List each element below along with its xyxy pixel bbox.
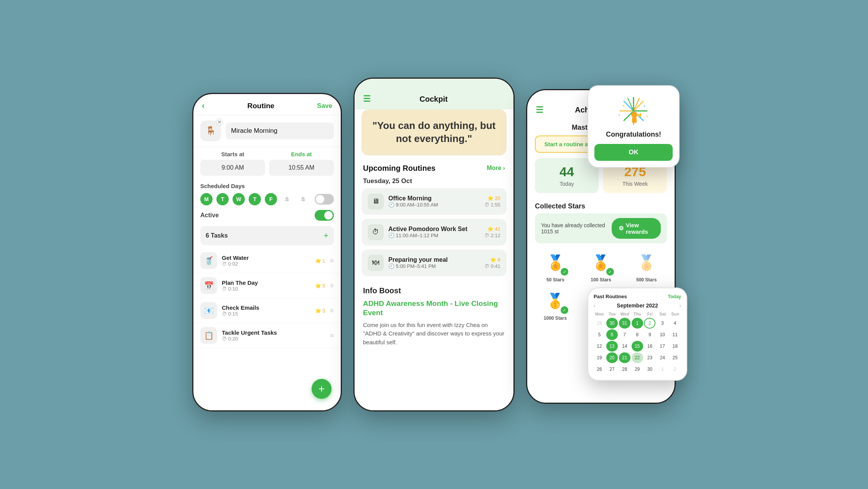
cal-cell[interactable]: 29	[632, 364, 643, 375]
task-icon: 📧	[200, 302, 217, 319]
calendar-grid: 29 30 31 1 2 3 4 5 6 7 8 9 10 11 12 13 1…	[594, 318, 681, 375]
svg-text:✦: ✦	[643, 104, 646, 108]
cal-cell[interactable]: 20	[606, 352, 618, 363]
routine-card[interactable]: ⏱ Active Pomodoro Work Set 🕘 11:00 AM–1:…	[361, 219, 507, 246]
cal-cell[interactable]: 31	[619, 318, 630, 329]
cal-cell[interactable]: 23	[644, 352, 655, 363]
cal-cell[interactable]: 27	[606, 364, 618, 375]
cal-cell[interactable]: 28	[619, 364, 630, 375]
scene: ‹ Routine Save 🪑 ✕ Starts at 9:00 AM End…	[169, 62, 699, 427]
cal-cell[interactable]: 22	[632, 352, 643, 363]
card-duration: ⏱ 2:12	[484, 233, 500, 238]
task-info: Get Water ⏱ 0:02	[222, 254, 310, 267]
more-button[interactable]: More ›	[487, 165, 505, 172]
congrats-text: Congratulations!	[594, 131, 673, 139]
day-fri[interactable]: F	[265, 193, 277, 205]
day-tue[interactable]: T	[216, 193, 229, 205]
cal-cell[interactable]: 6	[606, 329, 618, 340]
cal-cell[interactable]: 5	[594, 329, 605, 340]
today-button[interactable]: Today	[668, 294, 681, 299]
drag-handle-icon[interactable]: ≡	[330, 332, 334, 340]
day-wed[interactable]: W	[233, 193, 245, 205]
add-task-icon[interactable]: +	[323, 231, 328, 241]
task-name: Plan The Day	[222, 279, 310, 286]
close-icon[interactable]: ✕	[216, 119, 223, 126]
start-time-picker[interactable]: 9:00 AM	[200, 160, 265, 176]
info-body: Come join us for this fun event with Izz…	[363, 321, 505, 347]
badge-500: 🏅 500 Stars	[634, 250, 659, 282]
save-button[interactable]: Save	[317, 102, 332, 110]
drag-handle-icon[interactable]: ≡	[330, 282, 334, 290]
menu-icon[interactable]: ☰	[363, 94, 371, 104]
cal-cell[interactable]: 12	[594, 341, 605, 352]
cal-cell[interactable]: 13	[606, 341, 618, 352]
cal-cell[interactable]: 24	[657, 352, 668, 363]
cal-cell[interactable]: 29	[594, 318, 605, 329]
cal-cell[interactable]: 8	[632, 329, 643, 340]
task-info: Plan The Day ⏱ 0:10	[222, 279, 310, 292]
menu-icon[interactable]: ☰	[536, 105, 543, 115]
routine-name-input[interactable]	[226, 122, 334, 139]
task-icon: 📋	[200, 327, 217, 344]
routine-card[interactable]: 🍽 Preparing your meal 🕘 5:00 PM–5:41 PM …	[361, 249, 507, 276]
quote-box: "You can do anything, but not everything…	[361, 109, 507, 155]
drag-handle-icon[interactable]: ≡	[330, 257, 334, 265]
cal-cell[interactable]: 9	[644, 329, 655, 340]
days-row: M T W T F S S	[193, 191, 341, 208]
view-rewards-button[interactable]: ⚙ View rewards	[612, 218, 661, 239]
cal-cell[interactable]: 11	[669, 329, 681, 340]
cal-cell[interactable]: 10	[657, 329, 668, 340]
collected-text: You have already collected 1015 st	[541, 222, 608, 235]
cal-cell[interactable]: 17	[657, 341, 668, 352]
cal-cell[interactable]: 3	[657, 318, 668, 329]
task-item: 📧 Check Emails ⏱ 0:15 ⭐ 3 ≡	[193, 298, 341, 323]
cal-cell[interactable]: 7	[619, 329, 630, 340]
card-icon: ⏱	[368, 224, 384, 240]
cal-cell[interactable]: 15	[632, 341, 643, 352]
cal-next-icon[interactable]: ›	[679, 302, 681, 309]
drag-handle-icon[interactable]: ≡	[330, 307, 334, 315]
task-info: Check Emails ⏱ 0:15	[222, 304, 310, 317]
day-sun[interactable]: S	[297, 193, 309, 205]
card-time: 🕘 5:00 PM–5:41 PM	[388, 263, 480, 269]
back-button[interactable]: ‹	[202, 101, 205, 111]
cal-cell[interactable]: 26	[594, 364, 605, 375]
routine-card[interactable]: 🖥 Office Morning 🕘 9:00 AM–10:55 AM ⭐ 20…	[361, 188, 507, 215]
day-thu[interactable]: T	[249, 193, 261, 205]
end-time-picker[interactable]: 10:55 AM	[269, 160, 334, 176]
badges-row-1: 🏅 ✓ 50 Stars 🏅 ✓ 100 Stars 🏅	[527, 247, 675, 286]
days-toggle[interactable]	[315, 194, 334, 205]
cal-cell[interactable]: 2	[669, 364, 681, 375]
day-sat[interactable]: S	[281, 193, 293, 205]
cal-cell[interactable]: 30	[644, 364, 655, 375]
cal-cell[interactable]: 16	[644, 341, 655, 352]
task-time: ⏱ 0:02	[222, 261, 310, 267]
ok-button[interactable]: OK	[594, 144, 673, 161]
today-stat: 44 Today	[535, 158, 599, 193]
card-info: Office Morning 🕘 9:00 AM–10:55 AM	[388, 195, 480, 208]
cal-cell[interactable]: 25	[669, 352, 681, 363]
tasks-row[interactable]: 6 Tasks +	[200, 226, 334, 245]
cal-prev-icon[interactable]: ‹	[594, 302, 596, 309]
badge-label: 50 Stars	[546, 277, 564, 282]
cal-cell[interactable]: 21	[619, 352, 630, 363]
cal-cell[interactable]: 2	[644, 318, 655, 329]
card-name: Office Morning	[388, 195, 480, 202]
cal-cell[interactable]: 30	[606, 318, 618, 329]
card-info: Preparing your meal 🕘 5:00 PM–5:41 PM	[388, 256, 480, 269]
routine-emoji: 🪑	[206, 126, 216, 136]
cal-cell[interactable]: 1	[657, 364, 668, 375]
fireworks-svg: ✦ ✦ ✦ ✦	[614, 94, 653, 128]
task-item: 📅 Plan The Day ⏱ 0:10 ⭐ 5 ≡	[193, 273, 341, 298]
routine-icon-box[interactable]: 🪑 ✕	[200, 121, 221, 141]
cal-cell[interactable]: 4	[669, 318, 681, 329]
starts-at-col: Starts at 9:00 AM	[200, 151, 265, 176]
day-mon[interactable]: M	[200, 193, 213, 205]
add-fab-button[interactable]: +	[312, 379, 332, 399]
cal-cell[interactable]: 19	[594, 352, 605, 363]
info-link[interactable]: ADHD Awareness Month - Live Closing Even…	[363, 299, 505, 318]
cal-cell[interactable]: 18	[669, 341, 681, 352]
cal-cell[interactable]: 14	[619, 341, 630, 352]
active-toggle[interactable]	[315, 210, 334, 221]
cal-cell-today[interactable]: 1	[632, 318, 643, 329]
